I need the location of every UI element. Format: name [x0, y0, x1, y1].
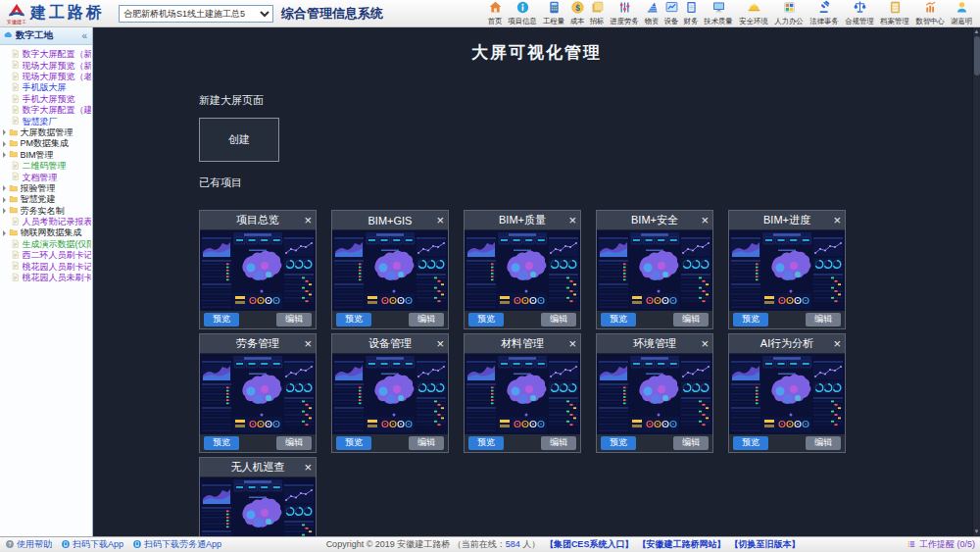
sidebar-item[interactable]: 手机大屏预览	[1, 94, 91, 105]
preview-button[interactable]: 预览	[733, 313, 768, 326]
sidebar-item[interactable]: 文档管理	[1, 172, 91, 182]
edit-button[interactable]: 编辑	[276, 313, 312, 326]
footer-bracket-link[interactable]: 【集团CES系统入口】	[545, 539, 634, 549]
preview-button[interactable]: 预览	[336, 313, 371, 326]
nav-item-cabinet[interactable]: 档案管理	[877, 0, 912, 26]
sidebar-item[interactable]: 数字大屏配置（新版大屏）	[1, 49, 91, 60]
dashboard-thumbnail[interactable]	[729, 354, 845, 434]
sidebar-item[interactable]: 数字大屏配置（建工）	[1, 105, 91, 116]
expand-arrow-icon[interactable]	[3, 197, 6, 203]
preview-button[interactable]: 预览	[204, 313, 239, 326]
scroll-thumb[interactable]	[974, 36, 980, 75]
preview-button[interactable]: 预览	[468, 313, 504, 326]
dashboard-thumbnail[interactable]	[465, 354, 580, 434]
nav-item-coin[interactable]: $成本	[567, 0, 587, 26]
scrollbar[interactable]: ▲ ▼	[972, 27, 980, 536]
nav-item-hardhat[interactable]: 安全环境	[736, 0, 771, 26]
sidebar-item[interactable]: 报验管理	[1, 183, 91, 194]
close-icon[interactable]: ×	[304, 211, 312, 229]
preview-button[interactable]: 预览	[601, 436, 636, 450]
dashboard-thumbnail[interactable]	[729, 230, 845, 311]
user-menu[interactable]: 谢嘉明	[948, 0, 975, 26]
expand-arrow-icon[interactable]	[3, 208, 6, 214]
nav-item-info[interactable]: 项目信息	[505, 0, 540, 26]
expand-arrow-icon[interactable]	[3, 152, 6, 158]
footer-link-qr-app[interactable]: 扫码下载App	[61, 538, 123, 551]
sidebar-item[interactable]: 现场大屏预览（新版大屏）	[1, 60, 91, 71]
edit-button[interactable]: 编辑	[673, 436, 709, 450]
sidebar-item[interactable]: 桃花园人员刷卡记录报表	[1, 261, 91, 272]
expand-arrow-icon[interactable]	[3, 141, 6, 147]
sidebar-item[interactable]: 桃花园人员未刷卡记录报表	[1, 273, 91, 283]
nav-item-people-grid[interactable]: 人力办公	[771, 0, 807, 26]
dashboard-thumbnail[interactable]	[597, 354, 712, 434]
close-icon[interactable]: ×	[568, 334, 576, 353]
close-icon[interactable]: ×	[833, 334, 841, 353]
preview-button[interactable]: 预览	[601, 313, 636, 326]
sidebar-item[interactable]: 物联网数据集成	[1, 227, 91, 238]
sidebar-item[interactable]: BIM管理	[1, 150, 91, 161]
close-icon[interactable]: ×	[701, 334, 709, 353]
dashboard-thumbnail[interactable]	[597, 230, 712, 311]
close-icon[interactable]: ×	[304, 458, 312, 477]
close-icon[interactable]: ×	[304, 334, 312, 353]
sidebar-item[interactable]: 西二环人员刷卡记录报表	[1, 250, 91, 261]
edit-button[interactable]: 编辑	[673, 313, 709, 326]
close-icon[interactable]: ×	[436, 334, 444, 353]
collapse-sidebar-button[interactable]: «	[81, 30, 89, 41]
edit-button[interactable]: 编辑	[541, 313, 576, 326]
edit-button[interactable]: 编辑	[409, 436, 444, 450]
edit-button[interactable]: 编辑	[276, 436, 312, 450]
scroll-down-icon[interactable]: ▼	[974, 527, 980, 536]
work-reminder[interactable]: 工作提醒 (0/5)	[906, 538, 975, 551]
nav-item-gavel[interactable]: 法律事务	[807, 0, 842, 26]
footer-link-help[interactable]: ?使用帮助	[5, 538, 52, 551]
footer-bracket-link[interactable]: 【安徽建工路桥网站】	[637, 539, 725, 549]
sidebar-item[interactable]: 大屏数据管理	[1, 127, 91, 138]
edit-button[interactable]: 编辑	[541, 436, 576, 450]
nav-item-scales[interactable]: 合规管理	[842, 0, 877, 26]
preview-button[interactable]: 预览	[468, 436, 504, 450]
sidebar-item[interactable]: 手机版大屏	[1, 82, 91, 93]
nav-item-sliders[interactable]: 进度劳务	[607, 0, 642, 26]
sidebar-item[interactable]: 智慧党建	[1, 194, 91, 205]
close-icon[interactable]: ×	[701, 211, 709, 229]
sidebar-item[interactable]: 劳务实名制	[1, 205, 91, 216]
preview-button[interactable]: 预览	[733, 436, 768, 450]
preview-button[interactable]: 预览	[204, 436, 239, 450]
sidebar-item[interactable]: PM数据集成	[1, 138, 91, 149]
nav-item-desktop[interactable]: 技术质量	[701, 0, 736, 26]
nav-item-calculator[interactable]: 工程量	[540, 0, 567, 26]
close-icon[interactable]: ×	[833, 211, 841, 229]
dashboard-thumbnail[interactable]	[332, 354, 448, 434]
expand-arrow-icon[interactable]	[3, 185, 6, 191]
footer-link-qr-app[interactable]: 扫码下载劳务通App	[132, 538, 221, 551]
nav-item-documents[interactable]: 招标	[587, 0, 607, 26]
footer-bracket-link[interactable]: 【切换至旧版本】	[729, 539, 800, 549]
dashboard-thumbnail[interactable]	[332, 230, 448, 311]
edit-button[interactable]: 编辑	[806, 436, 841, 450]
sidebar-item[interactable]: 二维码管理	[1, 161, 91, 172]
sidebar-item[interactable]: 生成演示数据(仅限系统管理)	[1, 239, 91, 250]
close-icon[interactable]: ×	[568, 211, 576, 229]
nav-item-bar-chart[interactable]: 数智中心	[912, 0, 948, 26]
nav-item-monitor-chart[interactable]: 设备	[662, 0, 681, 26]
sidebar-item[interactable]: 智慧梁厂	[1, 116, 91, 126]
nav-item-home[interactable]: 首页	[485, 0, 505, 26]
scroll-up-icon[interactable]: ▲	[974, 27, 980, 36]
nav-item-notebook[interactable]: 财务	[681, 0, 701, 26]
nav-item-chart-triangle[interactable]: 物资	[642, 0, 662, 26]
dashboard-thumbnail[interactable]	[200, 354, 316, 434]
dashboard-thumbnail[interactable]	[200, 230, 316, 311]
project-select[interactable]: 合肥新桥机场S1线土建施工总5	[119, 5, 273, 23]
dashboard-thumbnail[interactable]	[465, 230, 580, 311]
preview-button[interactable]: 预览	[336, 436, 371, 450]
create-button[interactable]: 创建	[199, 118, 279, 162]
sidebar-item[interactable]: 现场大屏预览（老版大屏）	[1, 72, 91, 82]
expand-arrow-icon[interactable]	[3, 230, 6, 236]
edit-button[interactable]: 编辑	[409, 313, 444, 326]
sidebar-item[interactable]: 人员考勤记录报表	[1, 217, 91, 227]
dashboard-thumbnail[interactable]	[200, 477, 316, 536]
close-icon[interactable]: ×	[436, 211, 444, 229]
edit-button[interactable]: 编辑	[806, 313, 841, 326]
